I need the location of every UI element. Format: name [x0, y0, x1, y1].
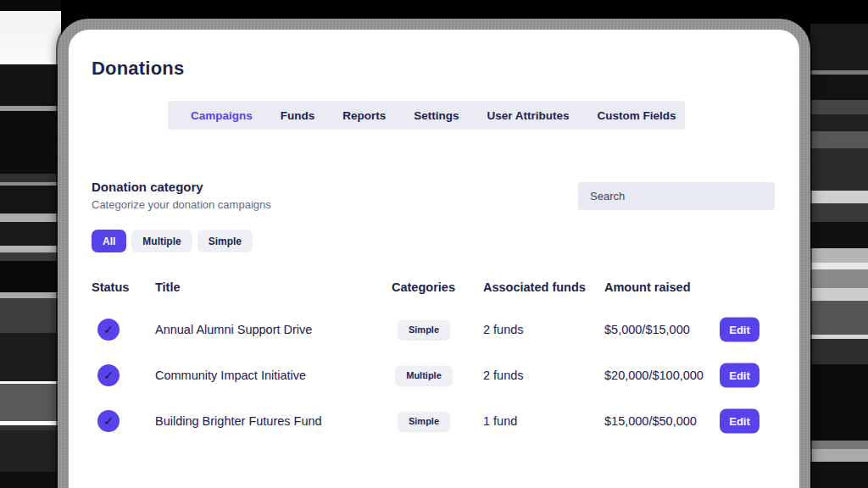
background-stripes-right [810, 0, 868, 488]
edit-button[interactable]: Edit [720, 318, 760, 342]
check-circle-icon[interactable]: ✓ [97, 319, 120, 341]
category-badge: Simple [398, 320, 449, 339]
check-circle-icon[interactable]: ✓ [97, 410, 120, 432]
column-header-status: Status [92, 280, 129, 294]
column-header-title: Title [155, 280, 181, 294]
section-subtitle: Categorize your donation campaigns [92, 198, 271, 211]
tab-user-attributes[interactable]: User Attributes [487, 109, 570, 122]
search-input[interactable] [578, 182, 775, 210]
page-title: Donations [92, 58, 184, 80]
category-badge: Simple [398, 412, 449, 430]
donations-panel: Donations Campaigns Funds Reports Settin… [69, 30, 799, 488]
tab-funds[interactable]: Funds [281, 109, 315, 122]
filter-all-button[interactable]: All [92, 230, 126, 252]
associated-funds-value: 1 fund [483, 414, 517, 428]
background-stripes-left [0, 0, 61, 488]
tab-reports[interactable]: Reports [342, 109, 386, 122]
table-row: ✓ Community Impact Initiative Multiple 2… [69, 357, 799, 394]
amount-raised-value: $5,000/$15,000 [604, 323, 690, 336]
edit-button[interactable]: Edit [720, 409, 760, 434]
table-header-row: Status Title Categories Associated funds… [69, 280, 799, 297]
amount-raised-value: $15,000/$50,000 [604, 414, 697, 428]
tab-custom-fields[interactable]: Custom Fields [598, 109, 676, 122]
associated-funds-value: 2 funds [483, 369, 524, 382]
filter-multiple-button[interactable]: Multiple [131, 230, 192, 252]
category-badge: Multiple [396, 366, 452, 385]
column-header-categories: Categories [392, 280, 455, 294]
category-filter-group: All Multiple Simple [92, 230, 253, 252]
category-badge-wrap: Simple [392, 320, 456, 339]
edit-button[interactable]: Edit [720, 363, 760, 388]
table-row: ✓ Building Brighter Futures Fund Simple … [69, 402, 799, 440]
filter-simple-button[interactable]: Simple [198, 230, 253, 252]
category-badge-wrap: Multiple [392, 366, 456, 385]
campaign-title: Annual Alumni Support Drive [155, 323, 312, 336]
section-title: Donation category [92, 180, 203, 194]
check-circle-icon[interactable]: ✓ [97, 364, 120, 386]
tab-campaigns[interactable]: Campaigns [191, 109, 253, 122]
associated-funds-value: 2 funds [483, 323, 524, 336]
column-header-amount-raised: Amount raised [604, 280, 691, 294]
category-badge-wrap: Simple [392, 412, 456, 430]
amount-raised-value: $20,000/$100,000 [604, 369, 704, 382]
tab-settings[interactable]: Settings [414, 109, 459, 122]
table-row: ✓ Annual Alumni Support Drive Simple 2 f… [69, 311, 799, 348]
campaign-title: Building Brighter Futures Fund [155, 414, 322, 428]
column-header-associated-funds: Associated funds [483, 280, 586, 294]
window-frame: Donations Campaigns Funds Reports Settin… [58, 19, 810, 488]
tab-bar: Campaigns Funds Reports Settings User At… [168, 101, 685, 130]
campaign-title: Community Impact Initiative [155, 369, 306, 382]
